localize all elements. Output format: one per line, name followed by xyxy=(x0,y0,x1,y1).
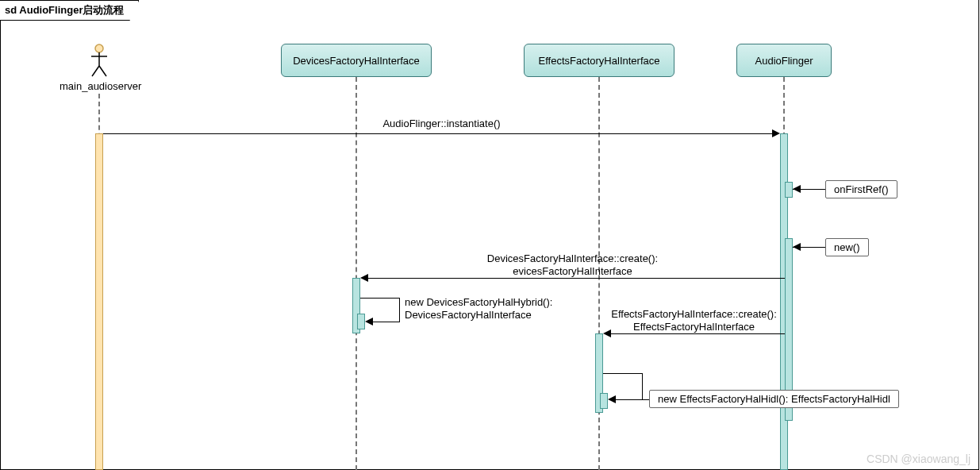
devices-self-side xyxy=(399,298,400,322)
msg-devices-create-label: DevicesFactoryHalInterface::create(): ev… xyxy=(360,252,785,279)
effects-self-head xyxy=(608,395,616,403)
diagram-title: sd AudioFlinger启动流程 xyxy=(0,0,139,21)
participant-devices-label: DevicesFactoryHalInterface xyxy=(293,55,420,67)
effects-self-side xyxy=(642,373,643,399)
devices-self-head xyxy=(365,318,373,326)
activation-devices-inner xyxy=(357,314,365,329)
note-new-head xyxy=(793,243,801,251)
devices-self-top xyxy=(360,298,400,299)
stickman-icon xyxy=(90,44,108,77)
msg-devices-create-head xyxy=(360,274,368,282)
devices-self-bottom xyxy=(373,322,400,322)
msg-instantiate-head xyxy=(772,129,780,137)
note-onfirstref: onFirstRef() xyxy=(825,180,897,198)
activation-actor xyxy=(95,133,103,470)
participant-effects-label: EffectsFactoryHalInterface xyxy=(539,55,660,67)
msg-devices-create-line1: DevicesFactoryHalInterface::create(): xyxy=(487,252,658,264)
activation-effects-inner xyxy=(600,393,608,409)
msg-effects-create-label: EffectsFactoryHalInterface::create(): Ef… xyxy=(603,308,785,334)
msg-instantiate-label: AudioFlinger::instantiate() xyxy=(103,118,780,130)
note-onfirstref-head xyxy=(793,185,801,193)
svg-point-0 xyxy=(95,44,103,52)
note-new: new() xyxy=(825,238,869,256)
msg-effects-create-arrow xyxy=(611,333,785,334)
activation-flinger-onfirstref xyxy=(785,182,793,198)
svg-line-3 xyxy=(92,66,99,76)
actor-label: main_audioserver xyxy=(60,80,139,92)
msg-effects-create-line2: EffectsFactoryHalInterface xyxy=(633,321,755,333)
msg-instantiate-line xyxy=(103,133,772,134)
watermark: CSDN @xiaowang_lj xyxy=(867,453,970,465)
note-effects-hidl: new EffectsFactoryHalHidl(): EffectsFact… xyxy=(649,390,899,408)
msg-devices-hybrid-line1: new DevicesFactoryHalHybrid(): xyxy=(405,296,552,308)
lifeline-devices xyxy=(355,77,357,470)
msg-devices-hybrid-label: new DevicesFactoryHalHybrid(): DevicesFa… xyxy=(405,296,552,322)
effects-self-bottom xyxy=(616,399,649,400)
msg-devices-create-arrow xyxy=(368,278,785,279)
participant-devices: DevicesFactoryHalInterface xyxy=(281,44,432,77)
participant-flinger: AudioFlinger xyxy=(736,44,832,77)
participant-flinger-label: AudioFlinger xyxy=(755,55,813,67)
msg-devices-hybrid-line2: DevicesFactoryHalInterface xyxy=(405,309,532,321)
msg-devices-create-line2: evicesFactoryHalInterface xyxy=(513,265,632,277)
participant-effects: EffectsFactoryHalInterface xyxy=(524,44,674,77)
effects-self-top xyxy=(603,373,643,374)
msg-effects-create-line1: EffectsFactoryHalInterface::create(): xyxy=(611,308,777,320)
actor-main-audioserver: main_audioserver xyxy=(60,44,139,92)
svg-line-4 xyxy=(99,66,106,76)
msg-effects-create-head xyxy=(603,329,611,337)
